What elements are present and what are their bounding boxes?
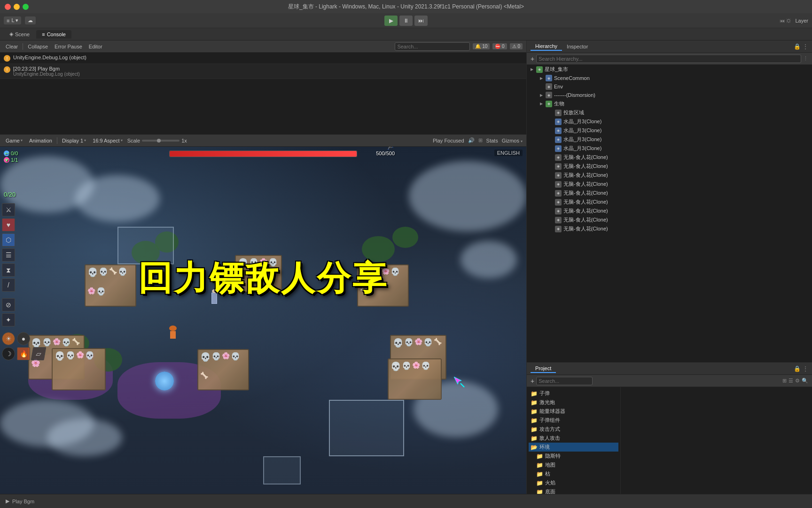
hier-icon-f9: ◈	[555, 226, 562, 232]
hier-item-env[interactable]: ◈ Env	[527, 82, 812, 91]
error-pause-button[interactable]: Error Pause	[53, 43, 84, 50]
ability-icon-8[interactable]: ✦	[2, 313, 15, 326]
hier-item-creature[interactable]: ▶ ◈ 生物	[527, 99, 812, 108]
stats-btn[interactable]: Stats	[486, 138, 498, 143]
layer-label[interactable]: Layer	[795, 18, 808, 24]
hier-item-flower4[interactable]: ◈ 无脑-食人花(Clone)	[527, 180, 812, 189]
tab-console[interactable]: ≡ Console	[36, 30, 71, 39]
hier-item-zone[interactable]: ◈ 投敌区域	[527, 108, 812, 117]
project-settings-icon[interactable]: ⚙	[795, 378, 800, 384]
hier-item-flower5[interactable]: ◈ 无脑-食人花(Clone)	[527, 189, 812, 198]
main-tab-bar: ◈ Scene ≡ Console	[0, 28, 812, 40]
proj-folder-attack[interactable]: 📁 攻击方式	[529, 425, 618, 434]
lang-indicator[interactable]: ENGLISH	[494, 150, 523, 156]
add-project-btn[interactable]: +	[531, 377, 534, 385]
clear-button[interactable]: Clear	[4, 43, 20, 50]
aspect-dropdown[interactable]: 16:9 Aspect ▾	[91, 137, 125, 144]
hierarchy-search-input[interactable]	[536, 55, 801, 63]
game-tab[interactable]: Game ▾	[4, 137, 24, 144]
play-focused-btn[interactable]: Play Focused	[433, 138, 464, 143]
project-search-input[interactable]	[536, 377, 593, 385]
hier-item-crystal4[interactable]: ◈ 水晶_月3(Clone)	[527, 144, 812, 153]
console-search-input[interactable]	[395, 42, 470, 51]
ability-icon-5[interactable]: ⧗	[2, 263, 15, 277]
tab-hierarchy[interactable]: Hierarchy	[531, 42, 562, 51]
proj-folder-energy[interactable]: 📁 能量球器器	[529, 407, 618, 416]
proj-folder-map[interactable]: 📁 地图	[529, 460, 618, 469]
hierarchy-menu-icon[interactable]: ⋮	[803, 56, 808, 62]
hier-item-scenecommon[interactable]: ▶ ◈ SceneCommon	[527, 74, 812, 82]
ability-icon-1[interactable]: ⚔	[2, 203, 15, 216]
hier-item-flower3[interactable]: ◈ 无脑-食人花(Clone)	[527, 171, 812, 180]
log-main-0: UnityEngine.Debug.Log (object)	[13, 55, 523, 60]
ability-icon-7[interactable]: ⊘	[2, 298, 15, 311]
hier-icon-f1: ◈	[555, 154, 562, 161]
collapse-button[interactable]: Collapse	[26, 43, 50, 50]
proj-folder-bottom[interactable]: 📁 底面	[529, 487, 618, 494]
proj-folder-fire[interactable]: 📁 火焰	[529, 478, 618, 487]
hier-item-flower8[interactable]: ◈ 无脑-食人花(Clone)	[527, 215, 812, 224]
window-controls	[5, 4, 29, 10]
minimize-button[interactable]	[14, 4, 20, 10]
ability-icon-4[interactable]: ☰	[2, 248, 15, 262]
hier-item-dismorsion[interactable]: ▶ ◈ -------(Dismorsion)	[527, 91, 812, 99]
proj-folder-dry[interactable]: 📁 枯	[529, 469, 618, 478]
cloud-btn[interactable]: ☁	[25, 16, 36, 24]
ability-circle[interactable]: ●	[17, 332, 30, 345]
project-lock-icon[interactable]: 🔒	[794, 365, 801, 372]
layer-select[interactable]: ≡ L ▾	[4, 16, 21, 24]
ability-moon[interactable]: ☽	[2, 347, 15, 360]
hier-item-crystal2[interactable]: ◈ 水晶_月3(Clone)	[527, 126, 812, 135]
ability-icon-6[interactable]: /	[2, 278, 15, 292]
maximize-button[interactable]	[23, 4, 29, 10]
gizmos-btn[interactable]: Gizmos ▾	[502, 138, 523, 143]
close-button[interactable]	[5, 4, 11, 10]
proj-folder-ghost[interactable]: 📁 隐斯特	[529, 452, 618, 460]
ability-slash[interactable]: ▱	[31, 347, 47, 360]
project-tabs: Project 🔒 ⋮	[527, 363, 812, 375]
title-text: 星球_集市 - Lighark - Windows, Mac, Linux - …	[288, 3, 524, 11]
hier-item-flower7[interactable]: ◈ 无脑-食人花(Clone)	[527, 206, 812, 215]
ability-sun[interactable]: ☀	[2, 332, 15, 345]
hier-item-flower1[interactable]: ◈ 无脑-食人花(Clone)	[527, 153, 812, 162]
hier-item-scene[interactable]: ▶ ◈ 星球_集市	[527, 65, 812, 74]
game-section: Game ▾ Animation Display 1 ▾ 16:9 Aspect…	[0, 135, 526, 494]
editor-button[interactable]: Editor	[87, 43, 104, 50]
add-hierarchy-btn[interactable]: +	[531, 55, 534, 63]
tab-scene[interactable]: ◈ Scene	[4, 30, 35, 39]
project-search-icon[interactable]: 🔍	[802, 378, 808, 384]
scale-slider[interactable]	[142, 140, 180, 142]
ability-fire[interactable]: 🔥	[17, 347, 30, 360]
lock-icon[interactable]: 🔒	[794, 43, 801, 50]
tab-inspector[interactable]: Inspector	[562, 43, 593, 50]
proj-folder-laser[interactable]: 📁 激光炮	[529, 398, 618, 407]
project-view-icon[interactable]: ⊞	[782, 378, 787, 384]
proj-folder-components[interactable]: 📁 子弹组件	[529, 416, 618, 425]
pause-button[interactable]: ⏸	[399, 16, 413, 26]
step-button[interactable]: ⏭	[414, 16, 428, 26]
tree-4	[392, 227, 418, 248]
play-button[interactable]: ▶	[384, 16, 398, 26]
tab-project[interactable]: Project	[531, 365, 556, 373]
hier-item-flower6[interactable]: ◈ 无脑-食人花(Clone)	[527, 198, 812, 206]
hier-item-crystal3[interactable]: ◈ 水晶_月3(Clone)	[527, 135, 812, 144]
panel-menu-icon[interactable]: ⋮	[803, 43, 808, 50]
hier-item-crystal1[interactable]: ◈ 水晶_月3(Clone)	[527, 117, 812, 126]
animation-tab[interactable]: Animation	[27, 137, 54, 144]
project-filter-icon[interactable]: ☰	[789, 378, 793, 384]
ability-icon-3[interactable]: ⬡	[2, 233, 15, 246]
hier-item-flower9[interactable]: ◈ 无脑-食人花(Clone)	[527, 224, 812, 233]
proj-folder-env[interactable]: 📂 环境	[529, 443, 618, 452]
proj-folder-enemy-atk[interactable]: 📁 敌人攻击	[529, 434, 618, 443]
log-entry-1[interactable]: ! [20:23:23] Play Bgm UnityEngine.Debug.…	[0, 64, 526, 79]
display-dropdown[interactable]: Display 1 ▾	[60, 137, 88, 144]
game-canvas[interactable]: 💀 💀 🦴 💀 🌸 💀 💀 💀 🌸 💀 💀 💀 🌸	[0, 147, 526, 494]
ability-icon-2[interactable]: ♥	[2, 218, 15, 231]
scale-control: Scale 1x	[127, 138, 187, 143]
project-menu-icon[interactable]: ⋮	[803, 365, 808, 372]
proj-folder-bullet[interactable]: 📁 子弹	[529, 389, 618, 398]
log-entry-0[interactable]: ! UnityEngine.Debug.Log (object)	[0, 53, 526, 64]
status-text: Play Bgm	[12, 499, 34, 504]
hier-icon-f3: ◈	[555, 172, 562, 179]
hier-item-flower2[interactable]: ◈ 无脑-食人花(Clone)	[527, 162, 812, 171]
